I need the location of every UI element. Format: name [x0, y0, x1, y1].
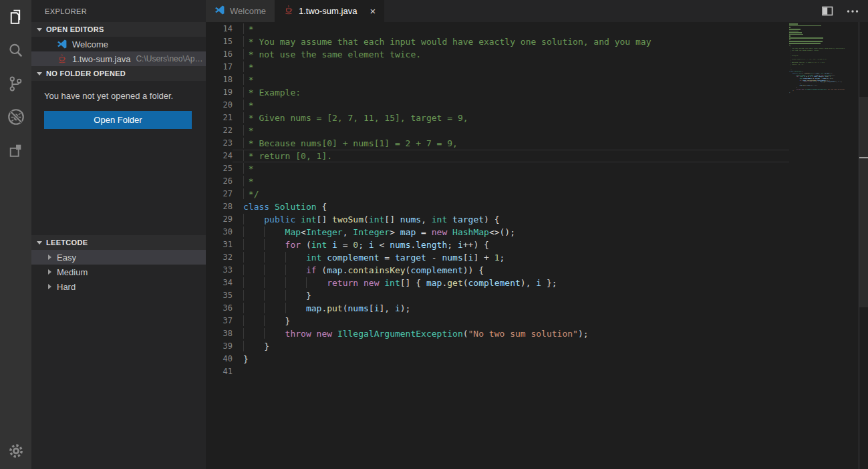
minimap-line — [789, 39, 790, 41]
section-no-folder-opened[interactable]: NO FOLDER OPENED — [31, 66, 206, 81]
line-number: 18 — [206, 73, 233, 86]
overview-ruler-cursor-marker — [859, 157, 868, 158]
scrollbar-thumb[interactable] — [859, 97, 868, 307]
tab-label: Welcome — [230, 6, 266, 16]
line-number: 21 — [206, 112, 233, 124]
line-number: 39 — [206, 340, 233, 353]
line-number: 32 — [206, 251, 233, 264]
line-number: 31 — [206, 239, 233, 251]
minimap-line — [789, 31, 799, 32]
code-line: 15* You may assume that each input would… — [206, 35, 789, 48]
code-line: 28class Solution { — [206, 200, 789, 213]
line-number: 30 — [206, 226, 233, 239]
code-area[interactable]: 14*15* You may assume that each input wo… — [206, 22, 789, 378]
code-line: 40} — [206, 353, 789, 365]
code-line: 25* — [206, 162, 789, 175]
vscode-logo-icon — [57, 39, 67, 49]
split-editor-icon[interactable] — [822, 6, 833, 16]
vertical-scrollbar[interactable] — [859, 22, 868, 469]
settings-gear-icon[interactable] — [0, 434, 31, 468]
minimap[interactable]: * * You may assume that each input would… — [789, 22, 859, 469]
line-number: 16 — [206, 48, 233, 61]
open-editor-item-label: Welcome — [72, 39, 108, 49]
minimap-line — [789, 23, 798, 25]
code-line: 23* Because nums[0] + nums[1] = 2 + 7 = … — [206, 137, 789, 150]
chevron-collapsed-icon — [48, 269, 51, 275]
minimap-line — [789, 29, 801, 30]
explorer-icon[interactable] — [0, 0, 31, 33]
leetcode-item-medium[interactable]: Medium — [31, 265, 206, 279]
more-actions-icon[interactable] — [847, 9, 859, 13]
sidebar-explorer: EXPLORER OPEN EDITORS Welcome — [31, 0, 206, 469]
minimap-line — [789, 43, 821, 44]
leetcode-item-hard[interactable]: Hard — [31, 279, 206, 294]
line-number: 36 — [206, 302, 233, 315]
vscode-window: EXPLORER OPEN EDITORS Welcome — [0, 0, 868, 469]
chevron-expanded-icon — [37, 72, 42, 75]
minimap-line — [789, 32, 802, 33]
leetcode-item-easy[interactable]: Easy — [31, 250, 206, 265]
line-number: 34 — [206, 277, 233, 289]
section-open-editors-label: OPEN EDITORS — [46, 25, 104, 33]
section-open-editors[interactable]: OPEN EDITORS — [31, 22, 206, 37]
open-editor-item-two-sum[interactable]: 1.two-sum.java C:\Users\neo\AppDa... — [31, 51, 206, 66]
open-folder-button[interactable]: Open Folder — [44, 111, 192, 129]
line-number: 40 — [206, 353, 233, 365]
no-folder-body: You have not yet opened a folder. Open F… — [31, 81, 206, 235]
code-line: 16* not use the same element twice. — [206, 48, 789, 61]
minimap-line — [789, 41, 823, 42]
minimap-line — [789, 37, 823, 39]
minimap-line: throw new IllegalArgumentException("No t… — [789, 89, 845, 91]
editor-group: Welcome 1.two-sum.java × — [206, 0, 868, 469]
code-line: 27*/ — [206, 188, 789, 200]
section-leetcode[interactable]: LEETCODE — [31, 235, 206, 250]
code-line: 14* — [206, 23, 789, 35]
line-number: 17 — [206, 61, 233, 73]
section-leetcode-label: LEETCODE — [46, 239, 88, 247]
code-line: 21* Given nums = [2, 7, 11, 15], target … — [206, 112, 789, 124]
debug-icon[interactable] — [0, 100, 31, 134]
tab-welcome[interactable]: Welcome — [206, 0, 275, 22]
code-line: 37} — [206, 315, 789, 327]
line-number: 38 — [206, 327, 233, 340]
code-line: 30Map<Integer, Integer> map = new HashMa… — [206, 226, 789, 239]
line-number: 20 — [206, 99, 233, 112]
open-editor-item-label: 1.two-sum.java — [72, 54, 130, 64]
code-line: 38throw new IllegalArgumentException("No… — [206, 327, 789, 340]
code-line: 41 — [206, 365, 789, 378]
minimap-line — [789, 27, 790, 28]
code-line: 20* — [206, 99, 789, 112]
code-line: 22* — [206, 124, 789, 137]
line-number: 35 — [206, 289, 233, 302]
code-line: 32int complement = target - nums[i] + 1; — [206, 251, 789, 264]
line-number: 41 — [206, 365, 233, 378]
code-line: 19* Example: — [206, 86, 789, 99]
activity-bar — [0, 0, 31, 469]
tab-close-icon[interactable]: × — [370, 6, 376, 16]
code-line: 26* — [206, 175, 789, 188]
leetcode-item-label: Medium — [57, 267, 88, 277]
minimap-line — [789, 45, 790, 46]
chevron-expanded-icon — [37, 241, 42, 245]
line-number: 28 — [206, 200, 233, 213]
line-number: 24 — [206, 150, 233, 162]
source-control-icon[interactable] — [0, 67, 31, 100]
open-editor-item-welcome[interactable]: Welcome — [31, 37, 206, 51]
line-number: 33 — [206, 264, 233, 277]
tab-two-sum[interactable]: 1.two-sum.java × — [275, 0, 384, 22]
line-number: 23 — [206, 137, 233, 150]
line-number: 26 — [206, 175, 233, 188]
code-line: 17* — [206, 61, 789, 73]
search-icon[interactable] — [0, 33, 31, 67]
editor-body: 14*15* You may assume that each input wo… — [206, 22, 868, 469]
chevron-expanded-icon — [37, 28, 42, 31]
code-line: 29public int[] twoSum(int[] nums, int ta… — [206, 213, 789, 226]
sidebar-title: EXPLORER — [31, 0, 206, 22]
leetcode-item-label: Easy — [57, 253, 76, 263]
code-line: 35} — [206, 289, 789, 302]
line-number: 37 — [206, 315, 233, 327]
extensions-icon[interactable] — [0, 134, 31, 167]
vscode-logo-icon — [214, 5, 225, 17]
code-line: 31for (int i = 0; i < nums.length; i++) … — [206, 239, 789, 251]
line-number: 15 — [206, 35, 233, 48]
